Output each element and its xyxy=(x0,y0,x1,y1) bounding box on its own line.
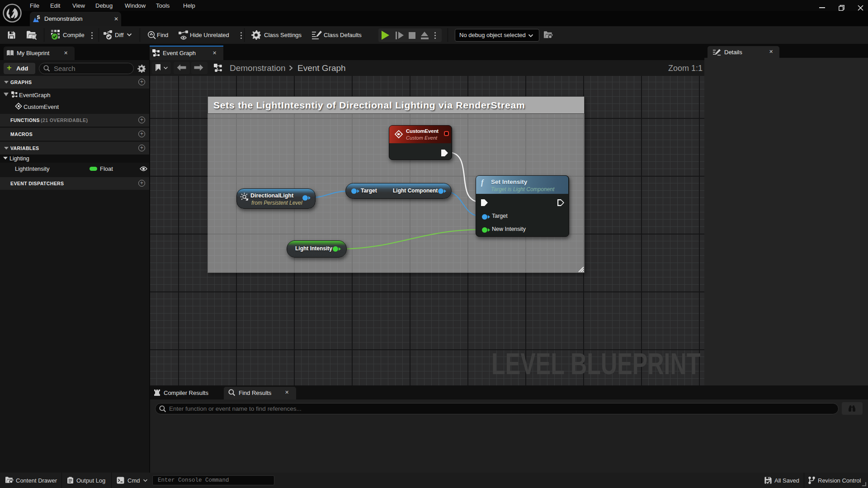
svg-text:S: S xyxy=(37,14,40,20)
